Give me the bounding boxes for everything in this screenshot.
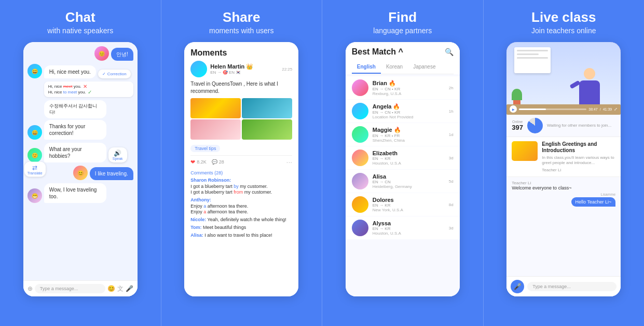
message-author: Teacher Li xyxy=(512,181,531,185)
chat-row: 😄 수정해주셔서 감사합니다! Thanks for your correcti… xyxy=(28,100,133,140)
chat-bubble-received: Hi, nice meet you. xyxy=(44,65,96,78)
emoji-icon[interactable]: 😊 xyxy=(107,285,115,292)
tab-korean[interactable]: Korean xyxy=(381,61,408,74)
post-author-langs: EN → 🎯 EN 🇰🇷 xyxy=(210,70,279,75)
travel-tag[interactable]: Travel tips xyxy=(190,145,220,152)
partner-avatar xyxy=(352,79,368,96)
live-chat-input[interactable]: Type a message... xyxy=(527,282,616,291)
partner-time: 5d xyxy=(449,179,454,184)
comments-section: Comments (28) Sharon Robinson: I got a b… xyxy=(190,170,292,240)
chat-input[interactable]: Type a message... xyxy=(35,284,105,293)
mic-icon[interactable]: 🎤 xyxy=(126,285,133,292)
live-chat-message: Teacher Li Welcome everyone to class~ xyxy=(512,180,615,191)
live-chat: Teacher Li Welcome everyone to class~ Li… xyxy=(506,177,621,276)
partner-info: Alisa EN → CN Heidelberg, Germany xyxy=(373,173,445,189)
online-count-block: Online 397 xyxy=(512,120,523,131)
partner-avatar xyxy=(352,126,368,143)
find-subtitle: language partners xyxy=(373,26,432,35)
progress-fill xyxy=(519,108,546,110)
comment-author: Sharon Robinson: xyxy=(190,178,231,183)
post-stats: ❤ 8.2K 💬 28 ··· xyxy=(190,155,292,168)
moments-post: Helen Martin 👑 EN → 🎯 EN 🇰🇷 22:25 Travel… xyxy=(184,61,298,296)
avatar: 😄 xyxy=(28,64,42,78)
partner-info: Angela 🔥 EN → CN • KR Location Not Provi… xyxy=(373,103,445,119)
search-icon[interactable]: 🔍 xyxy=(445,48,454,56)
correction-line-old: Hi, nice meet you. ✕ xyxy=(48,84,129,89)
partner-langs: EN → KR • FR xyxy=(373,133,445,138)
correction-text-new: Hi, nice to meet you. xyxy=(48,90,86,94)
find-title: Find xyxy=(388,9,417,25)
more-icon[interactable]: ··· xyxy=(286,158,293,166)
translate-icon[interactable]: 文 xyxy=(117,284,124,293)
post-text: Travel in QueensTown , Here is what I re… xyxy=(190,80,292,95)
teacher-name: Teacher Li xyxy=(542,168,615,172)
partner-item[interactable]: Elizabeth EN → KR Houston, U.S.A 3d xyxy=(346,146,460,169)
comments-count: 28 xyxy=(219,159,224,165)
partner-avatar xyxy=(352,173,368,189)
tab-japanese[interactable]: Japanese xyxy=(408,61,441,74)
partner-item[interactable]: Alyssa EN → KR Houston, U.S.A 3d xyxy=(346,216,460,239)
partner-time: 3d xyxy=(449,226,454,230)
fullscreen-icon[interactable]: ⤢ xyxy=(614,107,618,112)
waiting-text: Waiting for other members to join... xyxy=(547,123,615,128)
avatar: 😊 xyxy=(94,46,109,61)
whiteboard xyxy=(514,47,551,73)
post-author: Helen Martin 👑 EN → 🎯 EN 🇰🇷 22:25 xyxy=(190,61,292,77)
partner-langs: EN → KR xyxy=(373,156,445,161)
partner-langs: EN → CN xyxy=(373,180,445,184)
find-panel: Find language partners Best Match ^ 🔍 En… xyxy=(322,0,483,326)
language-tabs: English Korean Japanese xyxy=(352,61,454,74)
avatar: 😁 xyxy=(28,188,42,203)
sent-message-block: Lisamme Hello Teacher Li~ xyxy=(512,193,615,207)
partner-info: Elizabeth EN → KR Houston, U.S.A xyxy=(373,150,445,166)
share-phone: Moments Helen Martin 👑 EN → 🎯 EN 🇰🇷 22:2… xyxy=(184,42,298,296)
plant-decoration xyxy=(512,89,522,104)
chat-bubble-korean: 수정해주셔서 감사합니다! xyxy=(44,100,106,118)
partner-item[interactable]: Dolores EN → KR New York, U.S.A 8d xyxy=(346,193,460,216)
likes-stat: ❤ 8.2K xyxy=(190,159,207,166)
x-icon: ✕ xyxy=(83,84,87,89)
comment-author: Nicole: xyxy=(190,217,206,222)
chat-phone: 안녕! 😊 😄 Hi, nice meet you. ✓ Correction … xyxy=(23,42,138,296)
find-header: Best Match ^ 🔍 English Korean Japanese xyxy=(346,42,460,74)
progress-bar[interactable] xyxy=(519,108,586,110)
class-info: English Greetings and Introductions In t… xyxy=(542,141,615,172)
partner-location: Location Not Provided xyxy=(373,115,445,119)
partner-langs: EN → KR xyxy=(373,203,445,208)
post-avatar xyxy=(190,61,207,77)
partner-item[interactable]: Alisa EN → CN Heidelberg, Germany 5d xyxy=(346,170,460,193)
post-author-info: Helen Martin 👑 EN → 🎯 EN 🇰🇷 xyxy=(210,63,279,75)
live-subtitle: Join teachers online xyxy=(531,26,596,35)
comment-item: Nicole: Yeah, definitely watch the whole… xyxy=(190,217,292,223)
partner-langs: EN → KR xyxy=(373,226,445,231)
partner-time: 1d xyxy=(449,132,454,137)
check-icon: ✓ xyxy=(88,89,92,95)
chat-title: Chat xyxy=(65,9,95,25)
find-title-row: Best Match ^ 🔍 xyxy=(352,47,454,57)
partner-item[interactable]: Maggie 🔥 EN → KR • FR ShenZhen, China 1d xyxy=(346,123,460,146)
time-sep: / xyxy=(600,107,601,111)
mic-button[interactable]: 🎤 xyxy=(511,280,524,293)
live-screen: ▶ 38:47 / 41:39 ⤢ Online 397 Waiting fo xyxy=(506,42,621,296)
partner-location: Houston, U.S.A xyxy=(373,231,445,236)
post-images xyxy=(190,98,292,140)
partner-avatar xyxy=(352,150,368,166)
plant-leaves xyxy=(512,89,522,100)
partner-location: Houston, U.S.A xyxy=(373,161,445,166)
partner-name: Brian 🔥 xyxy=(373,80,445,87)
moments-header: Moments xyxy=(184,42,298,61)
partner-avatar xyxy=(352,196,368,213)
add-icon[interactable]: ⊕ xyxy=(28,285,33,292)
comment-author: Anthony: xyxy=(190,197,211,202)
correction-block: Hi, nice meet you. ✕ Hi, nice to meet yo… xyxy=(44,82,133,97)
post-author-name: Helen Martin 👑 xyxy=(210,63,279,70)
partner-item[interactable]: Brian 🔥 EN → CN • KR Rexburg, U.S.A 2h xyxy=(346,76,460,99)
class-card[interactable]: English Greetings and Introductions In t… xyxy=(506,137,621,177)
video-controls: ▶ 38:47 / 41:39 ⤢ xyxy=(510,105,618,113)
comments-title: Comments (28) xyxy=(190,170,292,175)
partner-item[interactable]: Angela 🔥 EN → CN • KR Location Not Provi… xyxy=(346,100,460,123)
chat-bubble-sent: I like traveling. xyxy=(90,167,133,180)
sent-author: Lisamme xyxy=(601,193,615,196)
tab-english[interactable]: English xyxy=(352,61,381,74)
play-button[interactable]: ▶ xyxy=(510,105,517,113)
